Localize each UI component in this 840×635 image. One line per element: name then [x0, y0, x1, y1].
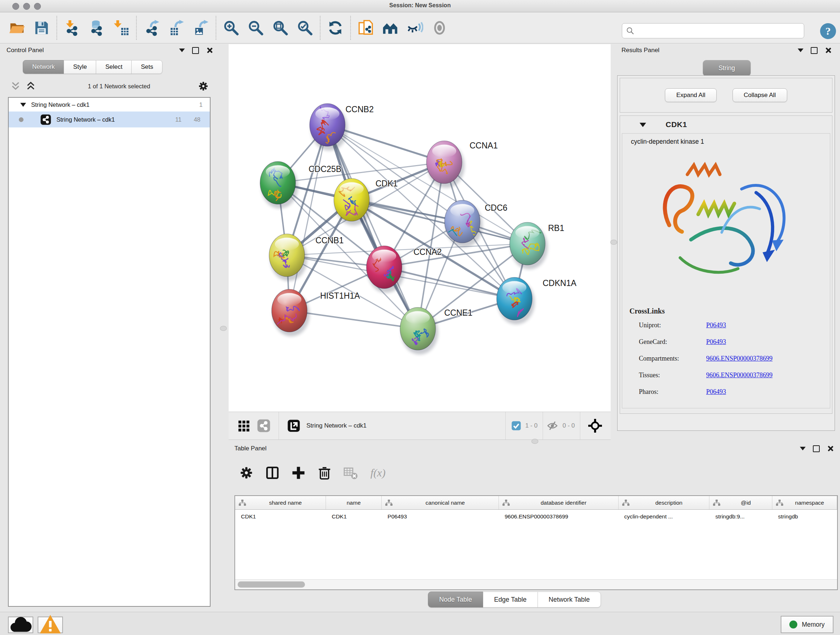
- memory-button[interactable]: Memory: [781, 616, 834, 633]
- crosslink-link[interactable]: 9606.ENSP00000378699: [706, 355, 773, 363]
- scrollbar-thumb[interactable]: [238, 581, 305, 587]
- show-columns-icon[interactable]: [265, 465, 280, 480]
- warnings-button[interactable]: [38, 616, 63, 633]
- column-header-database-identifier[interactable]: database identifier: [499, 496, 619, 509]
- network-canvas[interactable]: CCNB2CCNA1CDC25BCDK1CDC6RB1CCNB1CCNA2CDK…: [229, 44, 611, 412]
- network-node-HIST1H1A[interactable]: HIST1H1A: [272, 289, 360, 336]
- first-neighbors-button[interactable]: [380, 16, 401, 40]
- selected-checkbox-icon[interactable]: [511, 420, 522, 431]
- panel-float-icon[interactable]: [811, 47, 818, 54]
- network-node-CCNA2[interactable]: CCNA2: [366, 246, 442, 293]
- column-header-namespace[interactable]: namespace: [772, 496, 837, 509]
- column-header-description[interactable]: description: [619, 496, 710, 509]
- hide-selected-button[interactable]: [404, 16, 425, 40]
- network-node-CCNA1[interactable]: CCNA1: [426, 141, 498, 188]
- tab-sets[interactable]: Sets: [131, 60, 163, 74]
- network-options-gear-icon[interactable]: [197, 80, 209, 92]
- import-table-button[interactable]: [111, 16, 132, 40]
- open-file-button[interactable]: [6, 16, 27, 40]
- table-options-gear-icon[interactable]: [239, 465, 254, 480]
- fit-selected-crosshair-icon[interactable]: [588, 419, 602, 432]
- panel-float-icon[interactable]: [813, 445, 820, 452]
- refresh-button[interactable]: [325, 16, 346, 40]
- column-mapping-icon: [385, 500, 393, 506]
- panel-menu-icon[interactable]: [798, 49, 804, 55]
- zoom-selected-button[interactable]: [294, 16, 316, 40]
- show-all-button[interactable]: [429, 16, 450, 40]
- collapse-arrow-icon[interactable]: [20, 103, 26, 110]
- crosslink-link[interactable]: P06493: [706, 338, 726, 346]
- export-network-button[interactable]: [141, 16, 162, 40]
- hidden-eye-icon[interactable]: [546, 420, 559, 431]
- tab-node-table[interactable]: Node Table: [428, 592, 483, 608]
- detach-view-icon[interactable]: [287, 419, 301, 432]
- search-icon: [626, 27, 635, 35]
- clone-network-button[interactable]: [355, 16, 376, 40]
- search-input[interactable]: [635, 25, 804, 36]
- table-cell[interactable]: stringdb: [772, 513, 837, 520]
- panel-float-icon[interactable]: [192, 47, 199, 54]
- collapse-all-button[interactable]: Collapse All: [733, 88, 787, 102]
- panel-close-icon[interactable]: [825, 47, 831, 54]
- search-box[interactable]: [622, 23, 804, 38]
- table-cell[interactable]: cyclin-dependent ...: [619, 513, 710, 520]
- import-table-icon: [113, 19, 129, 36]
- cloud-tasks-button[interactable]: [8, 616, 33, 633]
- export-image-button[interactable]: [190, 16, 211, 40]
- table-cell[interactable]: CDK1: [326, 513, 382, 520]
- network-node-CDC6[interactable]: CDC6: [441, 200, 508, 247]
- network-collection-row[interactable]: String Network – cdk1 1: [9, 98, 210, 111]
- panel-close-icon[interactable]: [827, 445, 834, 452]
- tab-select[interactable]: Select: [96, 60, 132, 74]
- zoom-in-button[interactable]: [221, 16, 242, 40]
- left-splitter-handle[interactable]: [220, 326, 227, 331]
- network-row-selected[interactable]: String Network – cdk1 11 48: [9, 111, 210, 127]
- horizontal-scrollbar[interactable]: [235, 579, 837, 589]
- network-overview-icon[interactable]: [257, 419, 271, 432]
- network-view-toolbar: String Network – cdk1 1 - 0 0 - 0: [229, 412, 611, 440]
- node-table[interactable]: shared namenamecanonical namedatabase id…: [234, 495, 838, 590]
- table-panel-title: Table Panel: [234, 445, 267, 452]
- tab-edge-table[interactable]: Edge Table: [483, 592, 538, 608]
- network-node-CDKN1A[interactable]: CDKN1A: [497, 277, 576, 325]
- panel-menu-icon[interactable]: [800, 447, 806, 453]
- column-header--id[interactable]: @id: [709, 496, 772, 509]
- node-details-header[interactable]: CDK1: [620, 116, 832, 133]
- column-header-shared-name[interactable]: shared name: [235, 496, 326, 509]
- save-session-button[interactable]: [31, 16, 52, 40]
- add-column-icon[interactable]: [291, 465, 306, 480]
- network-node-CDK1[interactable]: CDK1: [334, 179, 398, 226]
- zoom-out-button[interactable]: [245, 16, 266, 40]
- zoom-fit-button[interactable]: [270, 16, 291, 40]
- network-node-CCNB1[interactable]: CCNB1: [269, 234, 344, 281]
- expand-all-button[interactable]: Expand All: [665, 88, 716, 102]
- help-button[interactable]: ?: [819, 22, 837, 40]
- table-cell[interactable]: 9606.ENSP00000378699: [499, 513, 619, 520]
- export-table-button[interactable]: [166, 16, 187, 40]
- expand-tree-icon[interactable]: [25, 81, 36, 92]
- tab-style[interactable]: Style: [64, 60, 96, 74]
- tab-network[interactable]: Network: [23, 60, 64, 74]
- column-label: shared name: [249, 500, 322, 506]
- panel-menu-icon[interactable]: [179, 49, 185, 55]
- crosslink-link[interactable]: 9606.ENSP00000378699: [706, 371, 773, 379]
- table-cell[interactable]: P06493: [382, 513, 499, 520]
- network-node-RB1[interactable]: RB1: [510, 222, 564, 269]
- table-cell[interactable]: CDK1: [235, 513, 326, 520]
- column-header-name[interactable]: name: [326, 496, 382, 509]
- tab-network-table[interactable]: Network Table: [538, 592, 601, 608]
- column-header-canonical-name[interactable]: canonical name: [382, 496, 499, 509]
- crosslink-link[interactable]: P06493: [706, 321, 726, 329]
- crosslink-link[interactable]: P06493: [706, 388, 726, 396]
- network-node-CCNB2[interactable]: CCNB2: [309, 103, 374, 150]
- delete-column-icon[interactable]: [317, 465, 332, 480]
- tab-string[interactable]: String: [703, 60, 751, 76]
- import-database-button[interactable]: [86, 16, 107, 40]
- import-network-button[interactable]: [62, 16, 82, 40]
- panel-close-icon[interactable]: [206, 47, 213, 54]
- collapse-tree-icon[interactable]: [10, 81, 21, 92]
- birdseye-view-icon[interactable]: [237, 419, 251, 432]
- collapse-arrow-icon[interactable]: [639, 123, 646, 130]
- table-row[interactable]: CDK1CDK1P064939606.ENSP00000378699cyclin…: [235, 510, 837, 523]
- table-cell[interactable]: stringdb:9...: [709, 513, 772, 520]
